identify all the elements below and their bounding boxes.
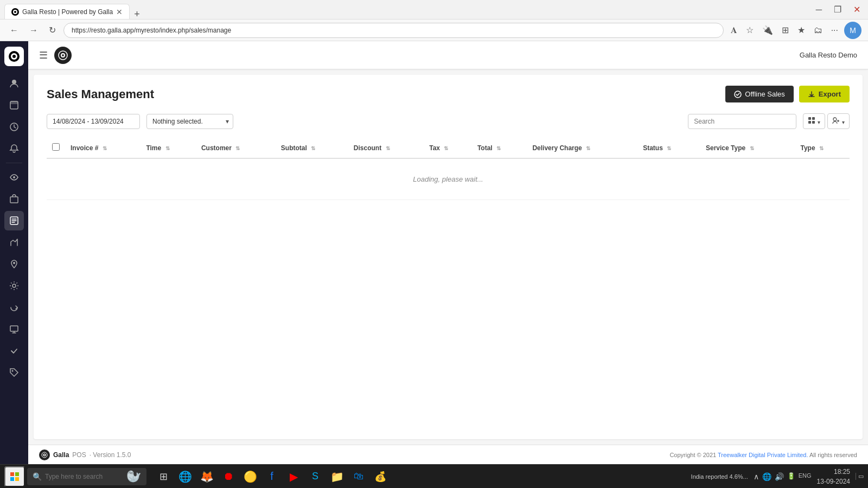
sidebar-item-reports[interactable] <box>4 233 24 252</box>
app-logo-icon <box>54 47 72 64</box>
minimize-button[interactable]: ─ <box>813 4 825 16</box>
col-discount-sort-icon: ⇅ <box>386 145 390 151</box>
top-header: ☰ Galla Resto Demo <box>28 41 868 69</box>
page-body: Sales Management Offline Sales Export <box>34 75 863 439</box>
select-all-column[interactable] <box>47 138 65 158</box>
taskbar-app-edge[interactable]: 🌐 <box>175 466 195 487</box>
more-button[interactable]: ··· <box>828 22 841 39</box>
select-all-checkbox[interactable] <box>52 143 60 151</box>
taskbar-app-skype[interactable]: S <box>305 466 326 487</box>
col-total[interactable]: Total ⇅ <box>472 138 527 158</box>
col-type[interactable]: Type ⇅ <box>795 138 850 158</box>
col-customer[interactable]: Customer ⇅ <box>196 138 276 158</box>
col-time[interactable]: Time ⇅ <box>141 138 196 158</box>
svg-point-18 <box>62 54 64 56</box>
sidebar-item-profile[interactable] <box>4 74 24 93</box>
taskbar-app-view[interactable]: ⊞ <box>153 466 174 487</box>
back-button[interactable]: ← <box>7 23 22 37</box>
filter-row: Nothing selected. ▾ ▾ <box>47 113 850 129</box>
export-button[interactable]: Export <box>799 86 850 102</box>
tab-label: Galla Resto | Powered by Galla <box>22 8 113 16</box>
col-service-type-sort-icon: ⇅ <box>750 145 754 151</box>
hamburger-menu[interactable]: ☰ <box>39 49 48 61</box>
close-button[interactable]: ✕ <box>850 3 864 16</box>
address-bar[interactable] <box>63 23 724 38</box>
profile-avatar[interactable]: M <box>844 22 861 39</box>
toolbar-icons: 𝐀 ☆ 🔌 ⊞ ★ 🗂 ··· M <box>728 22 861 39</box>
dropdown-wrapper: Nothing selected. <box>146 114 233 129</box>
reload-button[interactable]: ↻ <box>46 23 59 37</box>
volume-icon[interactable]: 🔊 <box>775 472 784 481</box>
col-discount[interactable]: Discount ⇅ <box>348 138 424 158</box>
taskbar-app-firefox[interactable]: 🦊 <box>196 466 217 487</box>
col-customer-sort-icon: ⇅ <box>235 145 240 151</box>
network-icon[interactable]: 🌐 <box>762 472 771 481</box>
col-status-label: Status <box>643 144 663 152</box>
favorites-button[interactable]: ★ <box>795 22 808 39</box>
collection-button[interactable]: 🗂 <box>811 22 825 39</box>
svg-point-24 <box>833 118 837 121</box>
battery-icon[interactable]: 🔋 <box>787 472 795 481</box>
sidebar-item-eye[interactable] <box>4 168 24 187</box>
filter-user-button[interactable]: ▾ <box>827 113 850 129</box>
loading-row: Loading, please wait... <box>47 158 850 200</box>
sidebar-item-settings[interactable] <box>4 276 24 296</box>
bookmark-button[interactable]: ☆ <box>743 22 756 39</box>
grid-view-button[interactable]: ▾ <box>803 113 825 129</box>
taskbar-app-money[interactable]: 💰 <box>370 466 391 487</box>
tab-close-button[interactable]: ✕ <box>116 8 123 16</box>
taskbar-app-facebook[interactable]: f <box>261 466 282 487</box>
chevron-up-icon[interactable]: ∧ <box>754 472 759 481</box>
taskbar-system-icons: ∧ 🌐 🔊 🔋 ENG <box>754 472 812 481</box>
sidebar-item-sync[interactable] <box>4 298 24 317</box>
restore-button[interactable]: ❐ <box>831 3 845 16</box>
browser-ext-button[interactable]: 🔌 <box>760 22 776 39</box>
new-tab-button[interactable]: + <box>130 9 144 19</box>
sidebar-item-check[interactable] <box>4 341 24 361</box>
split-view-button[interactable]: ⊞ <box>779 22 792 39</box>
filter-dropdown[interactable]: Nothing selected. <box>146 114 233 129</box>
date-range-input[interactable] <box>47 114 140 129</box>
footer-version: · Version 1.5.0 <box>90 451 131 459</box>
sidebar-item-sales[interactable] <box>4 211 24 230</box>
search-input[interactable] <box>688 114 796 129</box>
forward-button[interactable]: → <box>26 23 41 37</box>
sidebar-item-notifications[interactable] <box>4 139 24 158</box>
taskbar-app-chrome[interactable]: 🟡 <box>240 466 260 487</box>
col-status[interactable]: Status ⇅ <box>637 138 700 158</box>
col-subtotal-sort-icon: ⇅ <box>311 145 315 151</box>
taskbar-search-box[interactable]: 🔍 🦭 <box>27 468 146 485</box>
active-browser-tab[interactable]: Galla Resto | Powered by Galla ✕ <box>4 4 130 19</box>
taskbar-search-input[interactable] <box>45 473 123 480</box>
taskbar-app-store[interactable]: 🛍 <box>348 466 369 487</box>
col-tax[interactable]: Tax ⇅ <box>424 138 472 158</box>
company-link[interactable]: Treewalker Digital Private Limited. <box>718 452 808 458</box>
col-tax-label: Tax <box>429 144 440 152</box>
app-footer: Galla POS · Version 1.5.0 Copyright © 20… <box>28 445 868 464</box>
col-delivery-charge[interactable]: Delivery Charge ⇅ <box>527 138 637 158</box>
show-desktop-icon[interactable]: ▭ <box>856 473 864 480</box>
sidebar-item-display[interactable] <box>4 319 24 339</box>
taskbar-app-youtube[interactable]: ▶ <box>283 466 304 487</box>
browser-tabs: Galla Resto | Powered by Galla ✕ + <box>4 0 144 19</box>
start-button[interactable] <box>4 466 25 487</box>
header-right: Galla Resto Demo <box>800 51 857 59</box>
svg-point-9 <box>13 176 15 178</box>
svg-rect-7 <box>10 101 18 104</box>
taskbar-mascot-icon: 🦭 <box>126 470 141 484</box>
sidebar-item-inventory[interactable] <box>4 189 24 209</box>
reader-mode-button[interactable]: 𝐀 <box>728 22 740 39</box>
col-service-type[interactable]: Service Type ⇅ <box>700 138 795 158</box>
sidebar-item-tag[interactable] <box>4 363 24 382</box>
taskbar-app-files[interactable]: 📁 <box>327 466 347 487</box>
sidebar-item-tab[interactable] <box>4 95 24 115</box>
taskbar-app-record[interactable]: ⏺ <box>218 466 239 487</box>
offline-sales-button[interactable]: Offline Sales <box>725 86 793 102</box>
sidebar-item-dashboard[interactable] <box>4 117 24 137</box>
taskbar-clock[interactable]: 18:25 13-09-2024 <box>817 467 850 486</box>
svg-rect-14 <box>10 326 18 331</box>
col-invoice[interactable]: Invoice # ⇅ <box>65 138 141 158</box>
sidebar-item-location[interactable] <box>4 254 24 274</box>
col-subtotal[interactable]: Subtotal ⇅ <box>276 138 348 158</box>
sidebar-logo[interactable] <box>4 47 24 66</box>
